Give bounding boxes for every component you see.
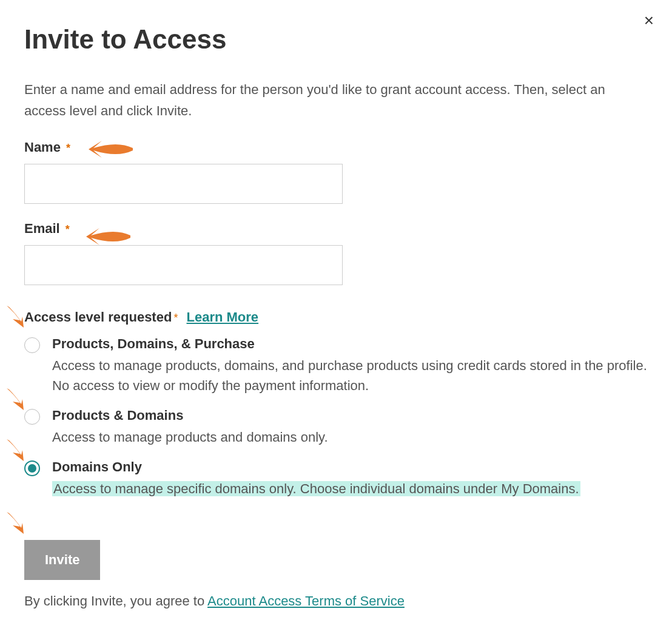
access-legend-text: Access level requested <box>24 309 172 325</box>
name-input[interactable] <box>24 164 343 204</box>
name-label-text: Name <box>24 140 61 155</box>
learn-more-link[interactable]: Learn More <box>187 309 259 325</box>
agree-prefix: By clicking Invite, you agree to <box>24 593 207 608</box>
radio-button[interactable] <box>24 337 40 353</box>
access-level-legend: Access level requested* Learn More <box>24 309 648 325</box>
radio-option-products-domains: Products & Domains Access to manage prod… <box>24 408 648 447</box>
dialog-title: Invite to Access <box>24 24 648 55</box>
required-asterisk: * <box>173 312 178 324</box>
email-label: Email * <box>24 221 70 237</box>
email-label-text: Email <box>24 221 60 236</box>
radio-desc: Access to manage products, domains, and … <box>52 358 647 393</box>
email-input[interactable] <box>24 245 343 285</box>
radio-button-selected[interactable] <box>24 460 40 476</box>
invite-button[interactable]: Invite <box>24 540 100 580</box>
radio-button[interactable] <box>24 409 40 425</box>
radio-option-domains-only: Domains Only Access to manage specific d… <box>24 459 648 499</box>
radio-content: Products, Domains, & Purchase Access to … <box>52 336 648 396</box>
email-field-group: Email * <box>24 221 648 285</box>
radio-title: Domains Only <box>52 459 648 475</box>
radio-desc-highlighted: Access to manage specific domains only. … <box>52 481 580 496</box>
radio-content: Products & Domains Access to manage prod… <box>52 408 648 447</box>
close-icon[interactable]: × <box>644 12 654 29</box>
dialog-intro: Enter a name and email address for the p… <box>24 79 643 121</box>
radio-title: Products & Domains <box>52 408 648 423</box>
annotation-arrow-icon <box>3 508 33 539</box>
radio-content: Domains Only Access to manage specific d… <box>52 459 648 499</box>
name-label: Name * <box>24 140 70 155</box>
required-asterisk: * <box>66 223 70 235</box>
required-asterisk: * <box>66 142 70 154</box>
access-level-radio-group: Products, Domains, & Purchase Access to … <box>24 336 648 499</box>
tos-link[interactable]: Account Access Terms of Service <box>207 593 405 608</box>
radio-desc: Access to manage products and domains on… <box>52 430 328 445</box>
radio-option-products-domains-purchase: Products, Domains, & Purchase Access to … <box>24 336 648 396</box>
radio-title: Products, Domains, & Purchase <box>52 336 648 352</box>
agree-text: By clicking Invite, you agree to Account… <box>24 593 648 609</box>
name-field-group: Name * <box>24 140 648 204</box>
